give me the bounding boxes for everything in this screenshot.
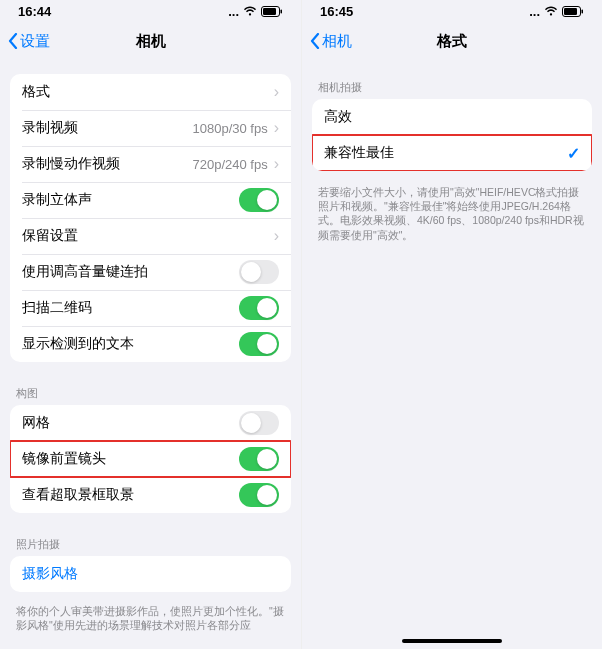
row-detail: 720p/240 fps — [192, 157, 267, 172]
row-label: 网格 — [22, 414, 50, 432]
chevron-right-icon: › — [274, 228, 279, 244]
switch-grid[interactable] — [239, 411, 279, 435]
section-header-camera-capture: 相机拍摄 — [302, 74, 602, 99]
status-bar: 16:45 ... — [302, 0, 602, 22]
switch-detected-text[interactable] — [239, 332, 279, 356]
row-detected-text[interactable]: 显示检测到的文本 — [10, 326, 291, 362]
settings-group-photo-capture: 摄影风格 — [10, 556, 291, 592]
home-indicator — [402, 639, 502, 643]
status-icons: ... — [529, 4, 584, 19]
status-time: 16:44 — [18, 4, 51, 19]
svg-rect-5 — [582, 9, 584, 13]
settings-group-formats: 高效 兼容性最佳 ✓ — [312, 99, 592, 171]
switch-stereo[interactable] — [239, 188, 279, 212]
row-formats[interactable]: 格式 › — [10, 74, 291, 110]
row-label: 录制立体声 — [22, 191, 92, 209]
row-stereo-sound[interactable]: 录制立体声 — [10, 182, 291, 218]
phone-formats-settings: 16:45 ... 相机 格式 相机拍摄 高效 兼容性最佳 ✓ 若要缩小文件大小… — [301, 0, 602, 649]
back-button[interactable]: 设置 — [8, 32, 50, 51]
back-label: 设置 — [20, 32, 50, 51]
nav-bar: 设置 相机 — [0, 22, 301, 60]
row-photographic-styles[interactable]: 摄影风格 — [10, 556, 291, 592]
chevron-right-icon: › — [274, 120, 279, 136]
settings-group-main: 格式 › 录制视频 1080p/30 fps› 录制慢动作视频 720p/240… — [10, 74, 291, 362]
row-grid[interactable]: 网格 — [10, 405, 291, 441]
row-label: 格式 — [22, 83, 50, 101]
status-bar: 16:44 ... — [0, 0, 301, 22]
row-volume-burst[interactable]: 使用调高音量键连拍 — [10, 254, 291, 290]
row-label: 扫描二维码 — [22, 299, 92, 317]
row-label: 查看超取景框取景 — [22, 486, 134, 504]
chevron-left-icon — [8, 33, 18, 49]
row-label: 显示检测到的文本 — [22, 335, 134, 353]
wifi-icon — [544, 6, 558, 16]
section-footer-styles: 将你的个人审美带进摄影作品，使照片更加个性化。"摄影风格"使用先进的场景理解技术… — [0, 598, 301, 644]
row-label: 录制慢动作视频 — [22, 155, 120, 173]
svg-rect-1 — [263, 8, 276, 15]
chevron-left-icon — [310, 33, 320, 49]
row-scan-qr[interactable]: 扫描二维码 — [10, 290, 291, 326]
row-preserve-settings[interactable]: 保留设置 › — [10, 218, 291, 254]
nav-bar: 相机 格式 — [302, 22, 602, 60]
cellular-icon: ... — [228, 4, 239, 19]
row-high-efficiency[interactable]: 高效 — [312, 99, 592, 135]
row-most-compatible[interactable]: 兼容性最佳 ✓ — [312, 135, 592, 171]
row-label: 摄影风格 — [22, 565, 78, 583]
row-mirror-front[interactable]: 镜像前置镜头 — [10, 441, 291, 477]
section-footer-formats: 若要缩小文件大小，请使用"高效"HEIF/HEVC格式拍摄照片和视频。"兼容性最… — [302, 179, 602, 254]
row-label: 高效 — [324, 108, 352, 126]
cellular-icon: ... — [529, 4, 540, 19]
section-header-composition: 构图 — [0, 380, 301, 405]
back-button[interactable]: 相机 — [310, 32, 352, 51]
row-record-video[interactable]: 录制视频 1080p/30 fps› — [10, 110, 291, 146]
row-record-slomo[interactable]: 录制慢动作视频 720p/240 fps› — [10, 146, 291, 182]
settings-group-composition: 网格 镜像前置镜头 查看超取景框取景 — [10, 405, 291, 513]
checkmark-icon: ✓ — [567, 144, 580, 163]
svg-rect-4 — [564, 8, 577, 15]
row-label: 兼容性最佳 — [324, 144, 394, 162]
switch-volume-burst[interactable] — [239, 260, 279, 284]
content: 相机拍摄 高效 兼容性最佳 ✓ 若要缩小文件大小，请使用"高效"HEIF/HEV… — [302, 60, 602, 649]
row-detail: 1080p/30 fps — [192, 121, 267, 136]
section-header-photo-capture: 照片拍摄 — [0, 531, 301, 556]
switch-outside-frame[interactable] — [239, 483, 279, 507]
row-label: 镜像前置镜头 — [22, 450, 106, 468]
row-label: 使用调高音量键连拍 — [22, 263, 148, 281]
row-label: 保留设置 — [22, 227, 78, 245]
back-label: 相机 — [322, 32, 352, 51]
status-time: 16:45 — [320, 4, 353, 19]
switch-mirror-front[interactable] — [239, 447, 279, 471]
status-icons: ... — [228, 4, 283, 19]
row-view-outside-frame[interactable]: 查看超取景框取景 — [10, 477, 291, 513]
battery-icon — [261, 6, 283, 17]
chevron-right-icon: › — [274, 84, 279, 100]
phone-camera-settings: 16:44 ... 设置 相机 格式 › 录制视频 1080p/30 fps› … — [0, 0, 301, 649]
row-label: 录制视频 — [22, 119, 78, 137]
battery-icon — [562, 6, 584, 17]
switch-qr[interactable] — [239, 296, 279, 320]
svg-rect-2 — [281, 9, 283, 13]
chevron-right-icon: › — [274, 156, 279, 172]
content: 格式 › 录制视频 1080p/30 fps› 录制慢动作视频 720p/240… — [0, 60, 301, 649]
wifi-icon — [243, 6, 257, 16]
